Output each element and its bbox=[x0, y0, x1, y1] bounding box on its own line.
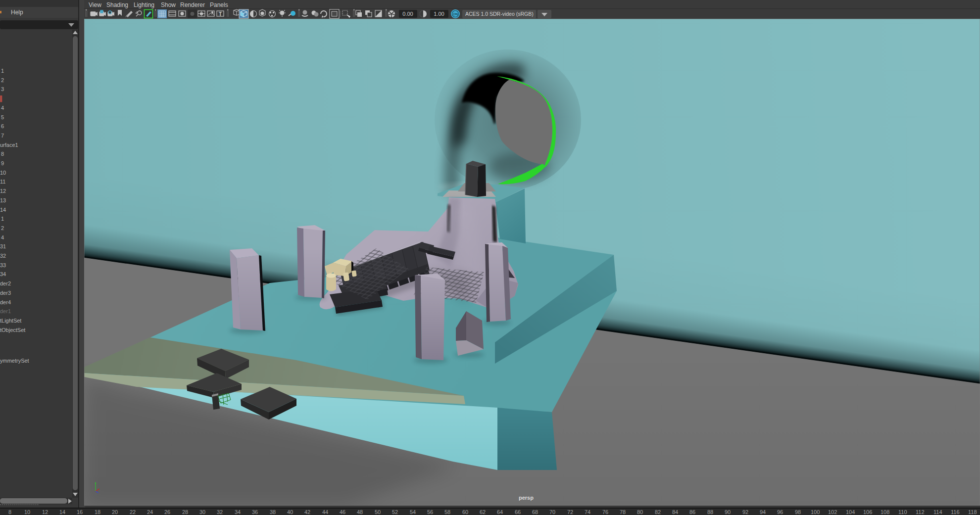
svg-text:T: T bbox=[219, 11, 222, 17]
svg-text:1.00: 1.00 bbox=[434, 11, 444, 17]
svg-text:ON: ON bbox=[453, 12, 458, 16]
svg-text:ACES 1.0 SDR-video (sRGB): ACES 1.0 SDR-video (sRGB) bbox=[465, 11, 534, 17]
svg-text:0.00: 0.00 bbox=[402, 11, 413, 17]
